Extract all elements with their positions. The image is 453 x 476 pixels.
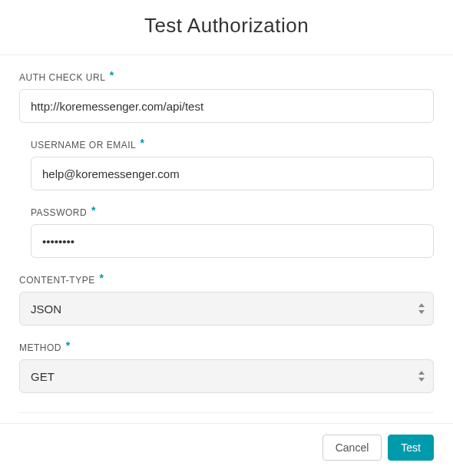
password-group: PASSWORD *	[19, 206, 434, 258]
content-type-value: JSON	[31, 302, 61, 316]
test-authorization-dialog: Test Authorization AUTH CHECK URL * USER…	[0, 0, 453, 476]
password-label: PASSWORD *	[31, 206, 434, 218]
dialog-body: AUTH CHECK URL * USERNAME OR EMAIL * PAS…	[0, 55, 453, 423]
content-type-label: CONTENT-TYPE *	[19, 273, 434, 286]
required-asterisk-icon: *	[100, 272, 104, 284]
username-label: USERNAME OR EMAIL *	[31, 138, 434, 150]
dialog-header: Test Authorization	[0, 0, 453, 55]
auth-url-label: AUTH CHECK URL *	[19, 71, 434, 83]
method-label-text: METHOD	[19, 342, 61, 353]
required-asterisk-icon: *	[141, 137, 145, 149]
required-asterisk-icon: *	[110, 69, 114, 81]
auth-url-label-text: AUTH CHECK URL	[19, 72, 105, 83]
test-button[interactable]: Test	[388, 435, 434, 461]
method-value: GET	[31, 370, 55, 383]
username-group: USERNAME OR EMAIL *	[19, 138, 434, 190]
content-type-group: CONTENT-TYPE * JSON	[19, 273, 434, 326]
auth-url-input[interactable]	[19, 89, 434, 123]
cancel-button[interactable]: Cancel	[322, 435, 382, 461]
username-label-text: USERNAME OR EMAIL	[31, 140, 136, 150]
content-type-select[interactable]: JSON	[19, 292, 434, 326]
auth-url-group: AUTH CHECK URL *	[19, 71, 434, 123]
username-input[interactable]	[31, 157, 434, 190]
dialog-title: Test Authorization	[19, 14, 434, 38]
required-asterisk-icon: *	[66, 339, 71, 352]
method-label: METHOD *	[19, 341, 434, 353]
password-input[interactable]	[31, 224, 434, 258]
dialog-footer: Cancel Test	[0, 423, 453, 476]
content-type-label-text: CONTENT-TYPE	[19, 275, 95, 286]
required-asterisk-icon: *	[91, 204, 96, 217]
password-label-text: PASSWORD	[31, 207, 87, 218]
method-group: METHOD * GET	[19, 341, 434, 393]
method-select[interactable]: GET	[19, 359, 434, 393]
